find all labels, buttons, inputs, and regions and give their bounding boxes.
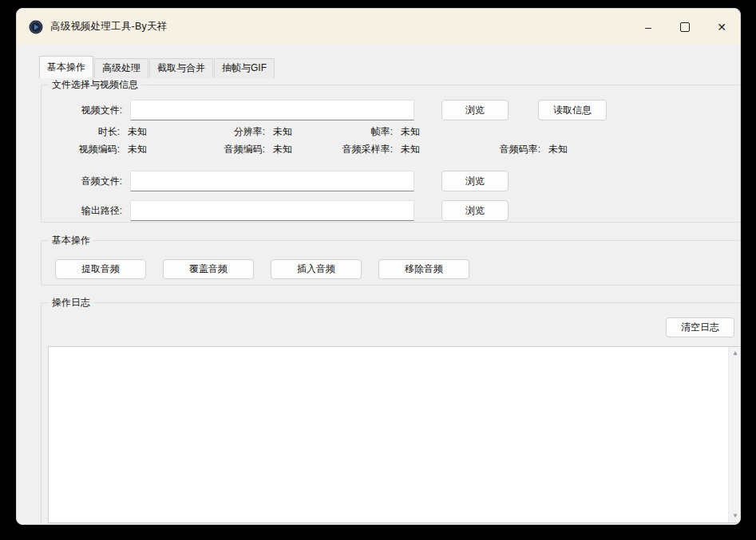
row1-spacer-value (540, 123, 607, 140)
scroll-down-icon[interactable]: ▼ (729, 510, 741, 522)
video-codec-value: 未知 (120, 140, 208, 158)
audio-samplerate-value: 未知 (393, 140, 449, 158)
duration-label: 时长: (48, 123, 120, 140)
app-video-player-icon (29, 20, 43, 34)
group-basic-operations-title: 基本操作 (49, 235, 93, 246)
group-operation-log-title: 操作日志 (49, 297, 93, 309)
screen: { "window": { "title": "高级视频处理工具-By天祥" }… (0, 0, 756, 540)
tab-bar: 基本操作 高级处理 截取与合并 抽帧与GIF (39, 56, 275, 78)
window-controls: – ✕ (630, 9, 740, 45)
group-file-selection: 文件选择与视频信息 视频文件: 浏览 读取信息 时长: 未知 分辨率: 未知 帧… (41, 85, 741, 223)
log-textarea[interactable]: ▲ ▼ (48, 346, 741, 523)
group-operation-log: 操作日志 清空日志 ▲ ▼ (41, 302, 741, 525)
minimize-icon: – (645, 21, 651, 34)
titlebar: 高级视频处理工具-By天祥 – ✕ (17, 9, 740, 45)
video-codec-label: 视频编码: (48, 140, 120, 158)
audio-browse-button[interactable]: 浏览 (441, 171, 509, 191)
video-file-input[interactable] (130, 100, 414, 120)
group-basic-operations: 基本操作 提取音频 覆盖音频 插入音频 移除音频 (41, 240, 741, 286)
audio-codec-value: 未知 (265, 140, 321, 158)
maximize-button[interactable] (667, 9, 703, 45)
output-browse-button[interactable]: 浏览 (441, 200, 509, 221)
window-title: 高级视频处理工具-By天祥 (50, 20, 167, 34)
log-content (49, 347, 728, 522)
output-path-input[interactable] (130, 200, 414, 221)
tab-frames-and-gif[interactable]: 抽帧与GIF (214, 58, 275, 78)
group-file-selection-title: 文件选择与视频信息 (49, 79, 141, 91)
video-info-grid: 时长: 未知 分辨率: 未知 帧率: 未知 视频编码: 未知 音频编码: 未知 … (48, 123, 607, 158)
remove-audio-button[interactable]: 移除音频 (378, 259, 469, 279)
log-scrollbar[interactable]: ▲ ▼ (728, 347, 741, 522)
audio-file-input[interactable] (130, 171, 414, 191)
resolution-label: 分辨率: (208, 123, 265, 140)
framerate-label: 帧率: (321, 123, 393, 140)
tab-advanced-processing[interactable]: 高级处理 (94, 58, 148, 78)
replace-audio-button[interactable]: 覆盖音频 (163, 259, 254, 279)
maximize-icon (680, 22, 690, 32)
audio-samplerate-label: 音频采样率: (321, 140, 393, 158)
clear-log-button[interactable]: 清空日志 (666, 317, 734, 337)
duration-value: 未知 (120, 123, 208, 140)
video-file-label: 视频文件: (48, 100, 122, 120)
resolution-value: 未知 (265, 123, 321, 140)
audio-codec-label: 音频编码: (208, 140, 265, 158)
minimize-button[interactable]: – (630, 9, 667, 45)
read-info-button[interactable]: 读取信息 (538, 100, 607, 120)
app-window: 高级视频处理工具-By天祥 – ✕ 基本操作 高级处理 截取与合并 抽帧与GIF… (16, 8, 741, 525)
audio-bitrate-label: 音频码率: (449, 140, 540, 158)
audio-file-label: 音频文件: (48, 171, 122, 191)
tab-cut-and-merge[interactable]: 截取与合并 (149, 58, 213, 78)
insert-audio-button[interactable]: 插入音频 (271, 259, 362, 279)
close-icon: ✕ (717, 21, 726, 34)
close-button[interactable]: ✕ (703, 9, 740, 45)
framerate-value: 未知 (393, 123, 449, 140)
tab-basic-operations[interactable]: 基本操作 (39, 56, 93, 78)
extract-audio-button[interactable]: 提取音频 (55, 259, 146, 279)
scroll-up-icon[interactable]: ▲ (729, 347, 741, 360)
video-browse-button[interactable]: 浏览 (441, 100, 509, 120)
audio-bitrate-value: 未知 (540, 140, 607, 158)
output-path-label: 输出路径: (48, 200, 122, 221)
row1-spacer-label (449, 123, 540, 140)
